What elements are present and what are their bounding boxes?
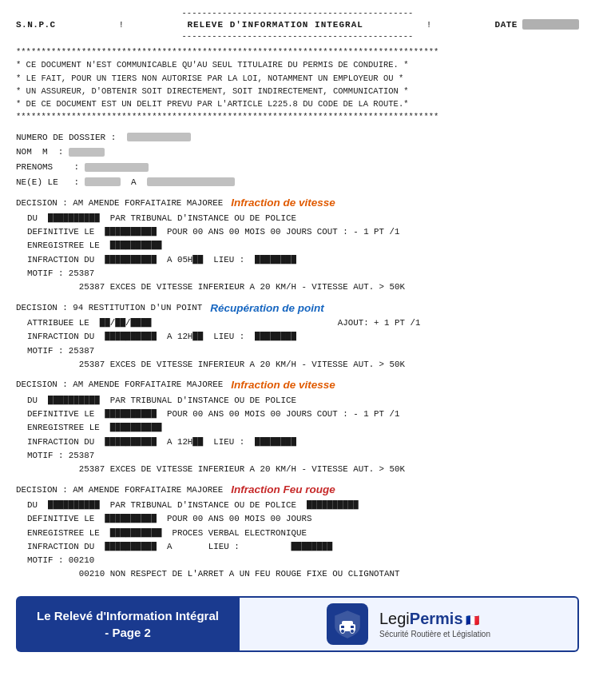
footer-title-line2: - Page 2 — [37, 624, 219, 641]
svg-point-2 — [341, 629, 345, 633]
ne-lieu — [147, 177, 235, 186]
decision-1-line-5: MOTIF : 25387 — [27, 267, 579, 280]
svg-rect-4 — [341, 626, 344, 628]
decision-type-4: DECISION : AM AMENDE FORFAITAIRE MAJOREE — [16, 483, 223, 497]
decision-tag-3: Infraction de vitesse — [231, 376, 335, 394]
warning-block: ****************************************… — [16, 46, 579, 124]
logo-text: LegiPermis 🇫🇷 Sécurité Routière et Légis… — [379, 608, 490, 639]
car-shield-icon — [332, 609, 363, 639]
page-wrapper: ----------------------------------------… — [0, 0, 595, 700]
dossier-row: NUMERO DE DOSSIER : — [16, 130, 579, 145]
decision-2-line-1: ATTRIBUEE LE ██/██/████ AJOUT: + 1 PT /1 — [27, 316, 579, 330]
footer-left: Le Relevé d'Information Intégral - Page … — [16, 596, 240, 652]
decision-lines-1: DU ██████████ PAR TRIBUNAL D'INSTANCE OU… — [16, 212, 579, 295]
decision-2-line-2: INFRACTION DU ██████████ A 12H██ LIEU : … — [27, 330, 579, 344]
stars-line2: * CE DOCUMENT N'EST COMMUNICABLE QU'AU S… — [16, 58, 579, 71]
decision-block-4: DECISION : AM AMENDE FORFAITAIRE MAJOREE… — [16, 481, 579, 581]
decision-tag-2: Récupération de point — [210, 300, 324, 317]
decision-3-line-4: INFRACTION DU ██████████ A 12H██ LIEU : … — [27, 436, 579, 449]
ne-label: NE(E) LE — [16, 177, 58, 187]
decision-tag-1: Infraction de vitesse — [231, 194, 335, 212]
ne-ville: A — [131, 177, 137, 187]
prenoms-row: PRENOMS : — [16, 160, 579, 175]
stars-line6: ****************************************… — [16, 110, 579, 123]
logo-subtitle: Sécurité Routière et Législation — [379, 629, 490, 639]
decision-header-4: DECISION : AM AMENDE FORFAITAIRE MAJOREE… — [16, 481, 579, 499]
snpc-date: DATE — [495, 19, 579, 30]
snpc-label: S.N.P.C — [16, 20, 56, 30]
date-label: DATE — [495, 20, 518, 30]
logo-permis: Permis — [410, 610, 463, 627]
svg-point-3 — [351, 629, 355, 633]
nom-label: NOM — [16, 147, 32, 157]
decision-type-2: DECISION : 94 RESTITUTION D'UN POINT — [16, 301, 202, 315]
prenoms-value — [85, 163, 149, 172]
nom-row: NOM M : — [16, 145, 579, 160]
decision-3-line-6: 25387 EXCES DE VITESSE INFERIEUR A 20 KM… — [27, 463, 579, 476]
info-section: NUMERO DE DOSSIER : NOM M : PRENOMS : NE… — [16, 130, 579, 190]
decision-block-1: DECISION : AM AMENDE FORFAITAIRE MAJOREE… — [16, 194, 579, 294]
decision-1-line-2: DEFINITIVE LE ██████████ POUR 00 ANS 00 … — [27, 225, 579, 239]
decision-4-line-3: ENREGISTREE LE ██████████ PROCES VERBAL … — [27, 527, 579, 540]
stars-line4: * UN ASSUREUR, D'OBTENIR SOIT DIRECTEMEN… — [16, 85, 579, 97]
decision-type-1: DECISION : AM AMENDE FORFAITAIRE MAJOREE — [16, 197, 223, 210]
decision-4-line-4: INFRACTION DU ██████████ A LIEU : ██████… — [27, 540, 579, 554]
nom-civility: M — [42, 147, 48, 157]
footer-bar: Le Relevé d'Information Intégral - Page … — [16, 596, 579, 652]
logo-legi: Legi — [379, 610, 410, 627]
decision-3-line-2: DEFINITIVE LE ██████████ POUR 00 ANS 00 … — [27, 408, 579, 421]
decision-header-1: DECISION : AM AMENDE FORFAITAIRE MAJOREE… — [16, 194, 579, 212]
decision-tag-4: Infraction Feu rouge — [231, 481, 335, 499]
footer-right: LegiPermis 🇫🇷 Sécurité Routière et Légis… — [240, 596, 579, 652]
decision-block-2: DECISION : 94 RESTITUTION D'UN POINTRécu… — [16, 300, 579, 372]
logo-flag: 🇫🇷 — [466, 614, 479, 626]
ne-date — [85, 177, 121, 186]
logo-icon — [327, 603, 368, 645]
decision-3-line-5: MOTIF : 25387 — [27, 449, 579, 463]
decisions-container: DECISION : AM AMENDE FORFAITAIRE MAJOREE… — [16, 194, 579, 581]
svg-rect-5 — [351, 626, 354, 628]
decision-header-3: DECISION : AM AMENDE FORFAITAIRE MAJOREE… — [16, 376, 579, 394]
header-exclaim2: ! — [426, 20, 432, 30]
decision-1-line-4: INFRACTION DU ██████████ A 05H██ LIEU : … — [27, 253, 579, 267]
decision-lines-2: ATTRIBUEE LE ██/██/████ AJOUT: + 1 PT /1… — [16, 316, 579, 372]
stars-line3: * LE FAIT, POUR UN TIERS NON AUTORISE PA… — [16, 72, 579, 85]
footer-title-line1: Le Relevé d'Information Intégral — [37, 607, 219, 624]
stars-line1: ****************************************… — [16, 46, 579, 58]
decision-4-line-5: MOTIF : 00210 — [27, 554, 579, 567]
logo-brand: LegiPermis 🇫🇷 — [379, 608, 490, 629]
stars-line5: * DE CE DOCUMENT EST UN DELIT PREVU PAR … — [16, 97, 579, 110]
decision-3-line-1: DU ██████████ PAR TRIBUNAL D'INSTANCE OU… — [27, 394, 579, 408]
decision-1-line-3: ENREGISTREE LE ██████████ — [27, 239, 579, 253]
decision-2-line-4: 25387 EXCES DE VITESSE INFERIEUR A 20 KM… — [27, 358, 579, 372]
decision-lines-3: DU ██████████ PAR TRIBUNAL D'INSTANCE OU… — [16, 394, 579, 477]
decision-4-line-1: DU ██████████ PAR TRIBUNAL D'INSTANCE OU… — [27, 499, 579, 512]
decision-block-3: DECISION : AM AMENDE FORFAITAIRE MAJOREE… — [16, 376, 579, 476]
decision-lines-4: DU ██████████ PAR TRIBUNAL D'INSTANCE OU… — [16, 499, 579, 582]
decision-1-line-6: 25387 EXCES DE VITESSE INFERIEUR A 20 KM… — [27, 280, 579, 294]
dossier-label: NUMERO DE DOSSIER : — [16, 133, 116, 142]
header-exclaim1: ! — [119, 20, 125, 30]
decision-1-line-1: DU ██████████ PAR TRIBUNAL D'INSTANCE OU… — [27, 212, 579, 225]
nom-value — [69, 148, 105, 157]
svg-rect-1 — [342, 621, 353, 626]
decision-4-line-2: DEFINITIVE LE ██████████ POUR 00 ANS 00 … — [27, 512, 579, 526]
dossier-value — [127, 133, 191, 141]
header-dashes-top: ----------------------------------------… — [16, 8, 579, 18]
decision-2-line-3: MOTIF : 25387 — [27, 344, 579, 358]
decision-type-3: DECISION : AM AMENDE FORFAITAIRE MAJOREE — [16, 378, 223, 392]
header-dashes-bottom: ----------------------------------------… — [16, 31, 579, 41]
header-title: RELEVE D'INFORMATION INTEGRAL — [187, 20, 363, 30]
snpc-line: S.N.P.C ! RELEVE D'INFORMATION INTEGRAL … — [16, 19, 579, 30]
ne-row: NE(E) LE : A — [16, 175, 579, 190]
decision-3-line-3: ENREGISTREE LE ██████████ — [27, 421, 579, 435]
date-value — [522, 19, 579, 30]
decision-header-2: DECISION : 94 RESTITUTION D'UN POINTRécu… — [16, 300, 579, 317]
decision-4-line-6: 00210 NON RESPECT DE L'ARRET A UN FEU RO… — [27, 567, 579, 581]
prenoms-label: PRENOMS — [16, 162, 53, 172]
